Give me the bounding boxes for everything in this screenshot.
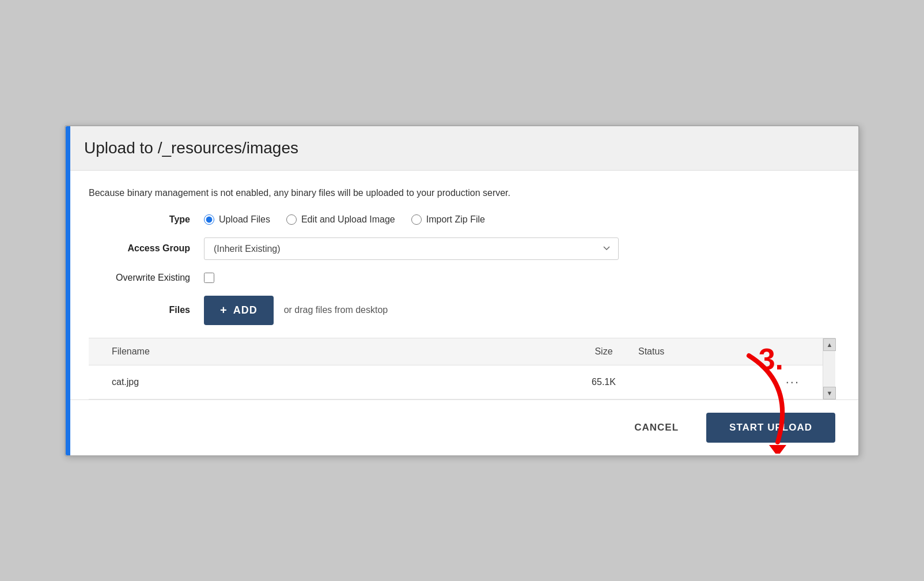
file-actions-menu[interactable]: ··· <box>730 375 800 390</box>
radio-edit-upload-image[interactable]: Edit and Upload Image <box>286 214 395 225</box>
scroll-track <box>823 351 835 387</box>
radio-upload-files-label: Upload Files <box>219 214 270 225</box>
dialog-title: Upload to /_resources/images <box>84 139 840 157</box>
plus-icon: + <box>220 304 228 317</box>
info-text: Because binary management is not enabled… <box>89 188 835 198</box>
radio-import-zip[interactable]: Import Zip File <box>411 214 485 225</box>
overwrite-checkbox-wrapper <box>204 273 214 283</box>
cancel-button[interactable]: CANCEL <box>618 414 695 442</box>
type-label: Type <box>89 214 204 225</box>
file-table-section: 3. Filename Size Status cat.jpg 65.1K ··… <box>89 338 835 399</box>
type-row: Type Upload Files Edit and Upload Image … <box>89 214 835 225</box>
table-header: Filename Size Status <box>89 338 823 365</box>
access-group-label: Access Group <box>89 243 204 254</box>
radio-import-zip-input[interactable] <box>411 214 422 225</box>
col-size-header: Size <box>569 346 638 357</box>
files-row: Files + ADD or drag files from desktop <box>89 296 835 325</box>
access-group-row: Access Group (Inherit Existing) Public P… <box>89 237 835 260</box>
file-size: 65.1K <box>569 377 638 387</box>
left-accent-bar <box>66 126 70 455</box>
files-label: Files <box>89 305 204 315</box>
dialog-body: Because binary management is not enabled… <box>66 171 858 399</box>
overwrite-row: Overwrite Existing <box>89 273 835 283</box>
annotation-3: 3. <box>759 344 783 374</box>
access-group-select[interactable]: (Inherit Existing) Public Private <box>204 237 619 260</box>
file-filename: cat.jpg <box>112 377 569 387</box>
col-filename-header: Filename <box>112 346 569 357</box>
scroll-down-button[interactable]: ▼ <box>823 387 836 399</box>
overwrite-checkbox[interactable] <box>204 273 214 283</box>
radio-group: Upload Files Edit and Upload Image Impor… <box>204 214 485 225</box>
radio-edit-upload-image-input[interactable] <box>286 214 297 225</box>
radio-upload-files[interactable]: Upload Files <box>204 214 270 225</box>
radio-edit-upload-image-label: Edit and Upload Image <box>301 214 395 225</box>
radio-upload-files-input[interactable] <box>204 214 214 225</box>
table-row: cat.jpg 65.1K ··· <box>89 365 823 399</box>
start-upload-button[interactable]: START UPLOAD <box>706 413 835 443</box>
add-button[interactable]: + ADD <box>204 296 274 325</box>
add-button-label: ADD <box>233 304 257 316</box>
drag-text: or drag files from desktop <box>284 305 388 315</box>
scrollbar[interactable]: ▲ ▼ <box>823 338 835 399</box>
col-status-header: Status <box>638 346 730 357</box>
radio-import-zip-label: Import Zip File <box>426 214 485 225</box>
scroll-up-button[interactable]: ▲ <box>823 338 836 351</box>
dialog-footer: CANCEL START UPLOAD <box>66 399 858 455</box>
overwrite-label: Overwrite Existing <box>89 273 204 283</box>
dialog-header: Upload to /_resources/images <box>66 126 858 171</box>
